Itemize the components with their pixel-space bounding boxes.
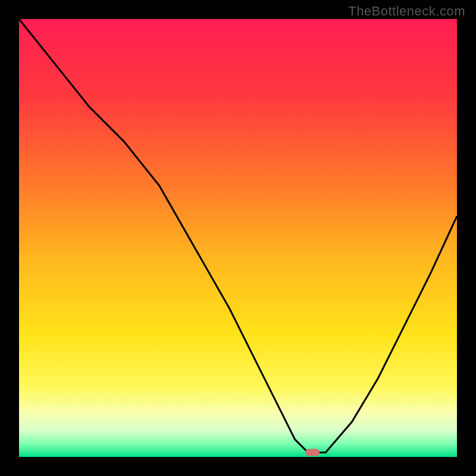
- optimum-marker: [305, 449, 320, 456]
- chart-frame: TheBottleneck.com: [0, 0, 476, 476]
- watermark-text: TheBottleneck.com: [348, 4, 465, 19]
- plot-area: [19, 19, 457, 457]
- gradient-background: [19, 19, 457, 457]
- bottleneck-chart: [19, 19, 457, 457]
